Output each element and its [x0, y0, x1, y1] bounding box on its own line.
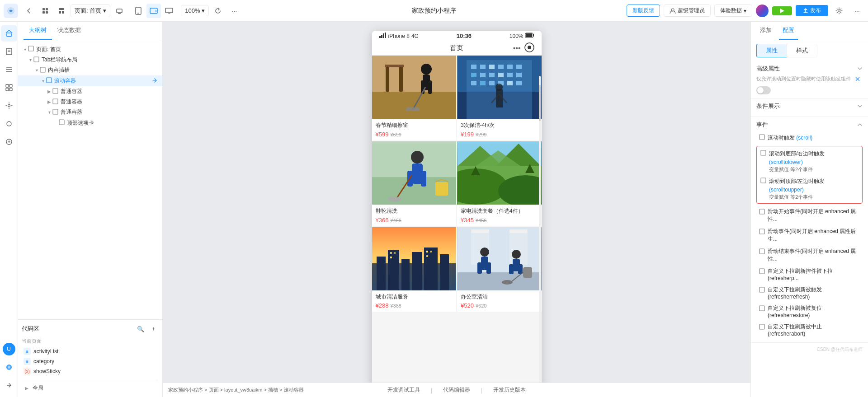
tab-config[interactable]: 配置 — [779, 22, 798, 40]
debug-tools-btn[interactable]: 开发调试工具 — [387, 386, 420, 394]
code-item-category[interactable]: ≡ category — [22, 356, 159, 366]
more-button[interactable]: ··· — [227, 4, 241, 18]
event-slide-start[interactable]: 滑动开始事件(同时开启 enhanced 属性... — [756, 206, 863, 225]
nav-dots[interactable]: ••• — [513, 44, 521, 52]
sidebar-widget-icon[interactable] — [1, 79, 17, 96]
price-current-1: ¥199 — [461, 131, 474, 138]
sidebar-home-icon[interactable] — [1, 25, 17, 42]
dev-history-btn[interactable]: 开发历史版本 — [493, 386, 526, 394]
tree-item-scroll-container[interactable]: ▾ 滚动容器 — [18, 75, 162, 86]
back-button[interactable] — [22, 4, 36, 18]
subtab-props[interactable]: 属性 — [756, 44, 787, 57]
code-search-btn[interactable]: 🔍 — [135, 323, 146, 334]
event-refresher-restore[interactable]: 自定义下拉刷新被复位 (refresherrestore) — [756, 303, 863, 320]
layout-view-button[interactable] — [54, 4, 69, 18]
user-avatar[interactable]: U — [3, 343, 15, 355]
event-slide-end-icon — [759, 248, 765, 255]
product-card-4[interactable]: 城市清洁服务 ¥288 ¥388 — [372, 227, 457, 312]
refresh-button[interactable] — [211, 4, 225, 18]
events-header[interactable]: 事件 — [756, 121, 863, 129]
tree-top-tabs-label: 顶部选项卡 — [67, 119, 151, 127]
event-refresher-abort[interactable]: 自定义下拉刷新被中止 (refresherabort) — [756, 321, 863, 339]
play-button[interactable] — [772, 6, 792, 15]
code-list-icon: ≡ — [24, 348, 31, 355]
event-refresher-pulling-name: 自定义下拉刷新控件被下拉 (refresherp... — [768, 267, 860, 281]
sidebar-chat-icon[interactable] — [1, 359, 17, 375]
tree-item-container-2[interactable]: ▶ 普通容器 — [18, 97, 162, 107]
tree-item-top-tabs[interactable]: 顶部选项卡 ≡ — [18, 117, 162, 128]
toolbar-more-button[interactable]: ··· — [850, 4, 864, 18]
svg-rect-30 — [6, 88, 9, 91]
tree-scroll-action-btn[interactable] — [151, 77, 159, 85]
svg-rect-44 — [53, 99, 58, 104]
code-global-section[interactable]: ▶ 全局 — [22, 383, 159, 393]
sidebar-bookmark-icon[interactable] — [1, 43, 17, 60]
svg-rect-6 — [59, 11, 61, 14]
tab-add[interactable]: 添加 — [756, 22, 775, 40]
event-refresher-pulling[interactable]: 自定义下拉刷新控件被下拉 (refresherp... — [756, 266, 863, 283]
sidebar-add-icon[interactable] — [1, 134, 17, 150]
code-area-header: 代码区 🔍 ＋ — [22, 323, 159, 334]
tree-item-container-1[interactable]: ▶ 普通容器 — [18, 86, 162, 97]
event-scroll[interactable]: 滚动时触发 (scroll) — [756, 131, 863, 144]
event-slide[interactable]: 滑动事件(同时开启 enhanced 属性后生... — [756, 226, 863, 245]
product-card-5[interactable]: 办公室清洁 ¥520 ¥620 — [457, 227, 542, 312]
svg-rect-40 — [34, 57, 39, 62]
tab-outline-tree[interactable]: 大纲树 — [24, 22, 52, 40]
product-card-1[interactable]: 3次保洁-4h/次 ¥199 ¥299 — [457, 56, 542, 140]
tree-item-search-btn[interactable]: 🔍 — [151, 45, 159, 53]
page-selector[interactable]: 页面: 首页 ▾ — [71, 5, 110, 17]
svg-rect-128 — [509, 229, 528, 233]
product-card-0[interactable]: 春节精细擦窗 ¥599 ¥699 — [372, 56, 457, 140]
event-refresher-refresh[interactable]: 自定义下拉刷新被触发 (refresherrefresh) — [756, 284, 863, 302]
showsticky-name: showSticky — [33, 368, 61, 374]
tree-item-settings-btn[interactable]: ⚙ — [142, 45, 150, 53]
event-scroll-icon — [759, 134, 765, 141]
sidebar-expand-icon[interactable] — [1, 377, 17, 393]
mobile-device-button[interactable] — [131, 4, 146, 18]
tablet-device-button[interactable] — [146, 4, 161, 18]
code-item-showsticky[interactable]: (x) showSticky — [22, 366, 159, 376]
advanced-props-header[interactable]: 高级属性 — [756, 65, 863, 73]
svg-rect-73 — [507, 65, 513, 69]
preview-button[interactable] — [112, 4, 127, 18]
svg-marker-19 — [780, 9, 784, 13]
svg-rect-119 — [394, 252, 396, 254]
new-feedback-button[interactable]: 新版反馈 — [627, 5, 660, 17]
exp-data-button[interactable]: 体验数据 ▾ — [714, 5, 752, 17]
grid-view-button[interactable] — [38, 4, 52, 18]
tree-item-content-slot[interactable]: ▾ 内容插槽 — [18, 65, 162, 75]
svg-rect-76 — [480, 73, 486, 77]
event-scrolltoupper[interactable]: 滚动到顶部/左边时触发 (scrolltoupper) 变量赋值 等2个事件 — [758, 175, 861, 202]
code-item-activitylist[interactable]: ≡ activityList — [22, 346, 159, 356]
product-card-2[interactable]: 鞋靴清洗 ¥366 ¥466 — [372, 141, 457, 226]
theme-color-button[interactable] — [756, 5, 769, 17]
product-card-3[interactable]: 家电清洗套餐（任选4件） ¥345 ¥456 — [457, 141, 542, 226]
tree-item-page[interactable]: ▾ 页面: 首页 ⚙ 🔍 — [18, 44, 162, 55]
advanced-toggle[interactable] — [756, 86, 771, 94]
sidebar-list-icon[interactable] — [1, 61, 17, 78]
desktop-device-button[interactable] — [162, 4, 176, 18]
sidebar-settings-icon[interactable] — [1, 98, 17, 114]
super-admin-button[interactable]: 超级管理员 — [664, 5, 711, 17]
svg-rect-123 — [426, 255, 428, 257]
subtab-style[interactable]: 样式 — [787, 44, 817, 57]
conditions-header[interactable]: 条件展示 — [756, 102, 863, 110]
right-panel-scroll: 高级属性 仅允许滚动到位置时隐藏时使用该触发组件 条件展示 — [751, 61, 868, 397]
tree-item-label: 页面: 首页 — [36, 46, 142, 53]
tree-item-tab-layout[interactable]: ▾ Tab栏导航布局 — [18, 55, 162, 65]
code-add-btn[interactable]: ＋ — [148, 323, 159, 334]
zoom-selector[interactable]: 100% ▾ — [181, 5, 209, 16]
event-scrolltolower[interactable]: 滚动到底部/右边时触发 (scrolltolower) 变量赋值 等2个事件 — [758, 147, 861, 175]
settings-button[interactable] — [832, 4, 846, 18]
svg-rect-42 — [47, 78, 52, 83]
nav-home-circle[interactable] — [524, 42, 534, 54]
phone-scrollbar — [539, 76, 541, 397]
tab-state-data[interactable]: 状态数据 — [52, 22, 86, 40]
tree-top-tabs-action-btn[interactable]: ≡ — [151, 119, 159, 127]
code-editor-btn[interactable]: 代码编辑器 — [443, 386, 470, 394]
event-slide-end[interactable]: 滑动结束事件(同时开启 enhanced 属性... — [756, 246, 863, 265]
publish-button[interactable]: 发布 — [796, 5, 828, 16]
sidebar-dot-icon[interactable] — [1, 116, 17, 132]
tree-item-container-3[interactable]: ▾ 普通容器 — [18, 107, 162, 117]
